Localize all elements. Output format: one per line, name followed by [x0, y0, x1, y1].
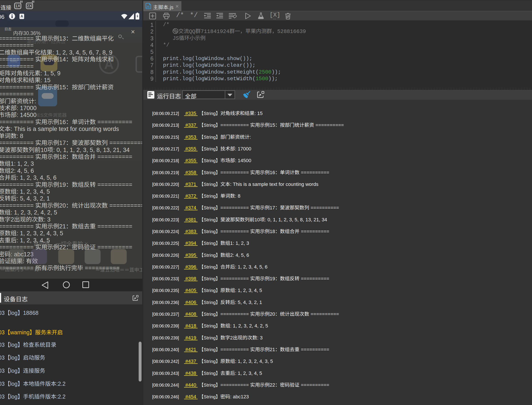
svg-text:JS: JS [146, 5, 150, 8]
